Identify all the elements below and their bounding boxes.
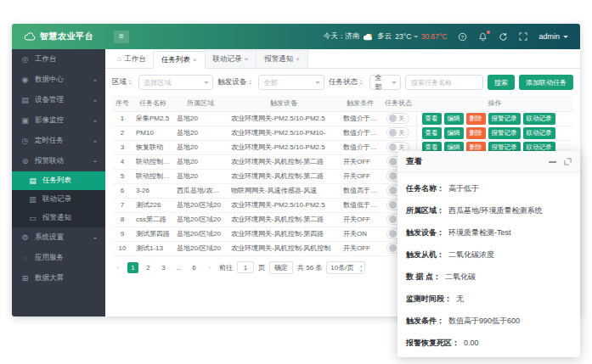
sidebar-item-data-center[interactable]: ◉ 数据中心 <box>12 70 105 90</box>
add-linkage-task-button[interactable]: 添加联动任务 <box>519 75 573 90</box>
sidebar-item-label: 设备管理 <box>35 95 64 105</box>
field-label: 触发从机： <box>406 249 444 260</box>
cell-device: 农业环境网关-风机控制-第四路 <box>228 227 340 241</box>
alarm-records-button[interactable]: 报警记录 <box>488 127 521 139</box>
delete-button[interactable]: 删除 <box>466 113 486 125</box>
page-unit-label: 页 <box>258 263 265 272</box>
confirm-button[interactable]: 确定 <box>269 261 293 274</box>
tab-alarm-notice[interactable]: 报警通知 <box>256 50 308 68</box>
delete-button[interactable]: 删除 <box>466 127 486 139</box>
toggle-knob-icon <box>389 158 397 165</box>
refresh-button[interactable] <box>499 32 508 42</box>
cell-condition: 开关OFF <box>340 169 381 183</box>
col-region: 所属区域 <box>173 96 228 111</box>
close-icon[interactable] <box>245 56 249 63</box>
toggle-knob-icon <box>389 244 397 252</box>
field-label: 任务名称： <box>406 183 444 194</box>
field-label: 触发条件： <box>406 316 444 327</box>
cell-region: 西瓜基地/农业环… <box>173 183 228 198</box>
view-button[interactable]: 查看 <box>422 113 442 125</box>
field-value: 二氧化碳 <box>445 272 476 283</box>
search-input[interactable] <box>405 75 483 90</box>
page-button[interactable]: 2 <box>143 262 154 273</box>
sidebar-collapse-button[interactable]: ≡ <box>114 31 129 43</box>
notifications-button[interactable] <box>478 32 488 42</box>
region-label: 区域： <box>112 77 134 87</box>
status-select[interactable]: 全部 <box>369 75 401 90</box>
tab-linkage-records[interactable]: 联动记录 <box>205 50 257 68</box>
status-toggle[interactable]: 关 <box>386 113 409 124</box>
edit-button[interactable]: 编辑 <box>444 113 464 125</box>
sidebar-item-video-monitor[interactable]: ▣ 影像监控 <box>12 110 105 131</box>
detail-field: 触发条件： 数值高于990低于600 <box>406 310 572 332</box>
fullscreen-button[interactable] <box>519 32 527 41</box>
cell-device: 农业环境网关-PM2.5/10-PM2.5 <box>228 111 340 126</box>
page-size-select[interactable]: 10条/页 <box>326 261 365 274</box>
sidebar-item-label: 影像监控 <box>35 115 64 126</box>
page-button[interactable]: 6 <box>189 262 200 273</box>
user-menu[interactable]: admin <box>538 32 568 41</box>
tab-workbench[interactable]: ⌂ 工作台 <box>110 50 154 68</box>
expand-icon[interactable] <box>564 158 572 165</box>
sidebar-item-label: 报警通知 <box>42 213 71 223</box>
cell-device: 农业环境网关-PM2.5/10-PM10- <box>228 126 340 140</box>
page-ellipsis[interactable]: ... <box>173 262 184 273</box>
cell-region: 基地20 <box>173 140 228 154</box>
next-page-button[interactable]: › <box>204 262 215 273</box>
temp-range: 23°C ~ <box>395 32 417 41</box>
sidebar-item-scheduled-tasks[interactable]: ◷ 定时任务 <box>12 131 105 151</box>
screen-icon: ⊞ <box>20 274 30 283</box>
cell-no: 10 <box>112 241 132 255</box>
close-icon[interactable] <box>296 56 300 63</box>
tab-label: 工作台 <box>124 54 146 64</box>
records-icon: ▥ <box>28 195 37 204</box>
linkage-records-button[interactable]: 联动记录 <box>523 127 555 139</box>
edit-button[interactable]: 编辑 <box>444 127 464 139</box>
search-button[interactable]: 搜索 <box>488 75 515 90</box>
sidebar-item-linkage-records[interactable]: ▥ 联动记录 <box>12 190 105 209</box>
updown-icon <box>360 263 363 273</box>
sidebar-item-label: 系统设置 <box>35 232 64 243</box>
view-button[interactable]: 查看 <box>422 127 442 139</box>
prev-page-button[interactable]: ‹ <box>112 262 123 273</box>
cell-no: 9 <box>112 227 132 241</box>
tab-task-list[interactable]: 任务列表 <box>153 51 206 69</box>
sidebar-item-system-settings[interactable]: ⚙ 系统设置 <box>12 227 105 248</box>
cell-no: 3 <box>112 140 132 154</box>
cell-name: 采集PM2.5 <box>132 111 173 126</box>
sidebar-item-label: 工作台 <box>35 54 57 64</box>
cell-condition: 开关OFF <box>340 241 381 255</box>
detail-field: 触发从机： 二氧化碳浓度 <box>406 244 572 266</box>
sidebar-item-workbench[interactable]: ◎ 工作台 <box>12 49 105 70</box>
sidebar-item-alarm-linkage[interactable]: ⊚ 报警联动 <box>12 151 105 171</box>
device-select[interactable]: 全部 <box>258 75 324 90</box>
status-toggle[interactable]: 关 <box>386 127 409 138</box>
page-size-value: 10条/页 <box>330 263 353 272</box>
alarm-records-button[interactable]: 报警记录 <box>488 113 521 125</box>
page-button[interactable]: 3 <box>158 262 169 273</box>
close-icon[interactable] <box>193 57 197 64</box>
sidebar-item-alarm-notice[interactable]: ▭ 报警通知 <box>12 209 105 227</box>
col-status: 任务状态 <box>381 96 416 111</box>
help-button[interactable]: ? <box>458 32 467 42</box>
sidebar-item-app-services[interactable]: ◌ 应用服务 <box>12 248 105 268</box>
table-row: 2 PM10 基地20 农业环境网关-PM2.5/10-PM10- 数值介于… … <box>112 126 573 140</box>
sidebar-item-task-list[interactable]: ▤ 任务列表 <box>12 171 105 190</box>
chevron-down-icon <box>563 36 568 41</box>
sidebar-item-device-mgmt[interactable]: ▤ 设备管理 <box>12 90 105 110</box>
region-select[interactable]: 选择区域 <box>138 75 214 90</box>
weather-desc: 多云 <box>377 31 392 42</box>
cell-condition: 开关OFF <box>340 212 381 227</box>
linkage-records-button[interactable]: 联动记录 <box>523 113 555 125</box>
page-button[interactable]: 1 <box>127 262 138 273</box>
cell-device: 农业环境网关-PM2.5/10-PM2.5 <box>228 140 340 154</box>
minimize-icon[interactable] <box>549 161 556 163</box>
toggle-knob-icon <box>389 216 397 223</box>
col-device: 触发设备 <box>228 96 340 111</box>
goto-page-input[interactable] <box>237 261 254 273</box>
chevron-down-icon <box>315 81 320 87</box>
cloud-logo-icon <box>24 32 36 41</box>
cell-name: 3-26 <box>132 183 173 198</box>
chevron-down-icon <box>93 120 97 124</box>
sidebar-item-data-screen[interactable]: ⊞ 数据大屏 <box>12 268 105 288</box>
